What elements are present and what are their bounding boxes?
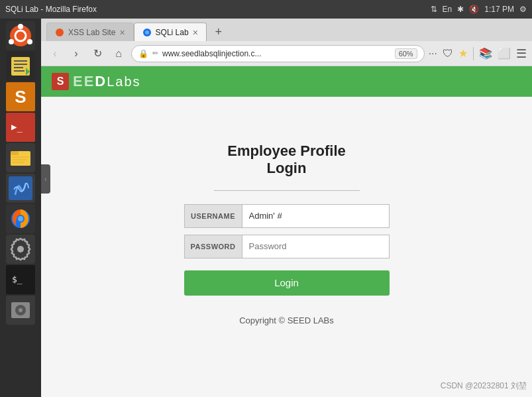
system-tray: ⇅ En ✱ 🔇 1:17 PM ⚙ bbox=[431, 5, 527, 14]
site-header: S EEDLabs bbox=[41, 66, 532, 97]
login-form: USERNAME PASSWORD Login bbox=[184, 204, 390, 296]
svg-point-23 bbox=[17, 246, 24, 253]
url-text: www.seedlabsqlinjection.c... bbox=[162, 49, 391, 58]
network-icon: ⇅ bbox=[431, 5, 437, 14]
svg-rect-6 bbox=[14, 60, 27, 62]
svg-text:▶_: ▶_ bbox=[11, 121, 23, 133]
page-content: S EEDLabs Employee Profile Login USERNAM… bbox=[41, 66, 532, 397]
svg-point-4 bbox=[27, 39, 32, 44]
tab-xss-label: XSS Lab Site bbox=[68, 28, 115, 37]
svg-rect-18 bbox=[12, 162, 24, 163]
logo-s: S bbox=[52, 73, 69, 90]
svg-point-22 bbox=[18, 216, 23, 221]
svg-point-29 bbox=[56, 28, 64, 36]
svg-rect-9 bbox=[14, 70, 25, 72]
password-row: PASSWORD bbox=[184, 235, 390, 258]
edit-icon: ✏ bbox=[152, 49, 158, 58]
terminal-red-icon[interactable]: ▶_ bbox=[6, 113, 35, 142]
divider bbox=[473, 47, 474, 60]
logo-text: EEDLabs bbox=[73, 73, 141, 90]
url-bar: ‹ › ↻ ⌂ 🔒 ✏ www.seedlabsqlinjection.c...… bbox=[41, 41, 532, 66]
settings-gear-icon[interactable]: ⚙ bbox=[519, 5, 527, 14]
svg-point-3 bbox=[9, 39, 14, 44]
url-bar-input[interactable]: 🔒 ✏ www.seedlabsqlinjection.c... 60% bbox=[131, 45, 425, 62]
tab-sqli[interactable]: SQLi Lab × bbox=[134, 23, 207, 41]
title-divider bbox=[214, 190, 360, 191]
firefox-icon[interactable] bbox=[6, 204, 35, 233]
sidebar: S ▶_ bbox=[0, 19, 41, 397]
text-editor-icon[interactable] bbox=[6, 52, 35, 81]
sidebar-toggle-icon[interactable]: ⬜ bbox=[498, 47, 511, 60]
xss-tab-icon bbox=[55, 28, 64, 37]
watermark: CSDN @20232801 刘堃 bbox=[441, 380, 527, 392]
bluetooth-icon: ✱ bbox=[457, 5, 464, 14]
login-area: Employee Profile Login USERNAME PASSWORD… bbox=[41, 97, 532, 397]
os-taskbar: SQLi Lab - Mozilla Firefox ⇅ En ✱ 🔇 1:17… bbox=[0, 0, 532, 19]
settings-icon[interactable] bbox=[6, 235, 35, 264]
browser-content: XSS Lab Site × SQLi Lab × + ‹ › ↻ ⌂ 🔒 ✏ bbox=[41, 19, 532, 397]
sidebar-inner: S ▶_ bbox=[0, 19, 41, 325]
bookmark-star-icon[interactable]: ★ bbox=[458, 47, 468, 60]
username-row: USERNAME bbox=[184, 204, 390, 228]
browser-window: S ▶_ bbox=[0, 19, 532, 397]
tab-xss-close[interactable]: × bbox=[119, 28, 125, 37]
login-button[interactable]: Login bbox=[184, 270, 390, 296]
svg-point-28 bbox=[19, 308, 23, 312]
svg-rect-8 bbox=[14, 67, 23, 68]
username-input[interactable] bbox=[242, 204, 390, 228]
svg-point-2 bbox=[18, 24, 23, 29]
bookmark-shield-icon[interactable]: 🛡 bbox=[443, 48, 453, 60]
more-button[interactable]: ··· bbox=[429, 48, 437, 60]
sidebar-collapse-arrow[interactable]: ‹ bbox=[41, 164, 50, 194]
svg-rect-16 bbox=[12, 156, 29, 158]
disk-icon[interactable] bbox=[6, 296, 35, 325]
keyboard-layout: En bbox=[443, 5, 452, 14]
tab-xss[interactable]: XSS Lab Site × bbox=[46, 23, 134, 41]
files-icon[interactable] bbox=[6, 143, 35, 172]
ubuntu-icon[interactable] bbox=[6, 21, 35, 50]
volume-icon: 🔇 bbox=[469, 5, 479, 14]
copyright-text: Copyright © SEED LABs bbox=[239, 315, 334, 325]
password-label: PASSWORD bbox=[184, 235, 242, 258]
svg-rect-7 bbox=[14, 64, 27, 65]
new-tab-button[interactable]: + bbox=[209, 23, 228, 41]
svg-rect-17 bbox=[12, 159, 27, 160]
clock: 1:17 PM bbox=[484, 5, 514, 14]
lock-icon: 🔒 bbox=[138, 49, 148, 58]
tab-sqli-close[interactable]: × bbox=[193, 28, 198, 37]
sublime-icon[interactable]: S bbox=[6, 82, 35, 111]
wireshark-icon[interactable] bbox=[6, 174, 35, 203]
refresh-button[interactable]: ↻ bbox=[89, 45, 106, 62]
svg-point-31 bbox=[145, 30, 149, 34]
browser-toolbar-icons: ··· 🛡 ★ 📚 ⬜ ☰ bbox=[429, 46, 527, 61]
library-icon[interactable]: 📚 bbox=[479, 47, 492, 60]
back-button[interactable]: ‹ bbox=[46, 45, 64, 62]
svg-rect-15 bbox=[11, 151, 19, 155]
window-title: SQLi Lab - Mozilla Firefox bbox=[5, 5, 97, 14]
svg-text:$_: $_ bbox=[12, 274, 23, 284]
sqli-tab-icon bbox=[142, 28, 152, 37]
terminal-icon[interactable]: $_ Terminal bbox=[6, 265, 35, 294]
username-label: USERNAME bbox=[184, 204, 242, 228]
tab-sqli-label: SQLi Lab bbox=[156, 28, 189, 37]
login-title: Employee Profile Login bbox=[227, 142, 346, 177]
password-input[interactable] bbox=[242, 235, 390, 258]
zoom-level[interactable]: 60% bbox=[395, 48, 417, 59]
forward-button[interactable]: › bbox=[68, 45, 85, 62]
hamburger-menu-icon[interactable]: ☰ bbox=[516, 46, 527, 61]
home-button[interactable]: ⌂ bbox=[110, 45, 127, 62]
logo: S EEDLabs bbox=[52, 73, 141, 90]
tabs-bar: XSS Lab Site × SQLi Lab × + bbox=[41, 19, 532, 41]
